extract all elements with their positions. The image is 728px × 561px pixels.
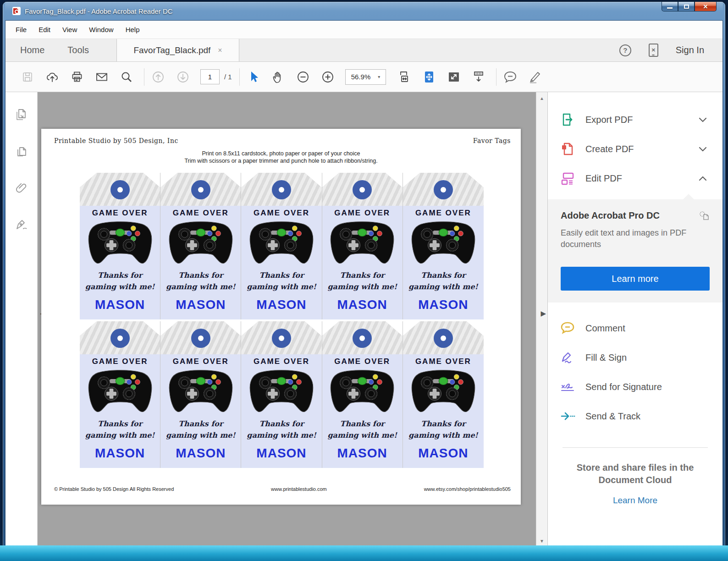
tag-title: GAME OVER (173, 357, 229, 366)
game-controller-icon (85, 367, 155, 415)
game-controller-icon (166, 219, 236, 266)
select-cursor-icon[interactable] (246, 70, 261, 84)
fullscreen-icon[interactable] (447, 70, 461, 84)
pdf-footer: © Printable Studio by 505 Design All Rig… (54, 486, 511, 492)
next-page-icon[interactable] (176, 70, 190, 84)
minimize-button[interactable] (662, 2, 678, 11)
previous-page-icon[interactable] (151, 70, 165, 84)
tag-hole-icon (353, 180, 372, 199)
maximize-button[interactable] (678, 2, 695, 11)
mobile-device-icon[interactable]: ✕ (649, 44, 658, 57)
comment-row[interactable]: Comment (560, 314, 711, 343)
tag-top-chevron (322, 173, 403, 206)
right-panel-collapse-icon[interactable]: ▶ (540, 309, 546, 318)
tag-title: GAME OVER (254, 357, 309, 366)
learn-more-link[interactable]: Learn More (560, 495, 711, 506)
tag-name: MASON (95, 297, 145, 312)
collapse-toolbar-icon[interactable] (471, 70, 486, 84)
page-number-input[interactable] (200, 69, 220, 84)
menu-window[interactable]: Window (89, 26, 113, 33)
comment-bubble-icon[interactable] (503, 70, 518, 84)
vertical-scrollbar[interactable]: ▲ ▼ (536, 92, 547, 547)
export-pdf-row[interactable]: Export PDF (560, 105, 711, 134)
maximize-icon (684, 5, 689, 9)
learn-more-button[interactable]: Learn more (561, 267, 710, 291)
tag-name: MASON (337, 297, 387, 312)
tab-home[interactable]: Home (12, 39, 53, 61)
promo-description: Easily edit text and images in PDF docum… (561, 227, 689, 250)
scroll-down-icon[interactable]: ▼ (536, 539, 547, 544)
search-icon[interactable] (119, 70, 134, 84)
pdf-footer-left: © Printable Studio by 505 Design All Rig… (54, 486, 174, 492)
highlighter-icon[interactable] (528, 70, 542, 84)
tab-close-icon[interactable]: × (218, 46, 222, 55)
left-rail (6, 92, 38, 547)
tab-tools[interactable]: Tools (59, 39, 97, 61)
fill-sign-icon (560, 350, 575, 365)
page-thumbnails-icon[interactable] (15, 108, 28, 123)
favor-tag: GAME OVER Thanks for gaming with me! MAS… (160, 173, 241, 319)
tag-top-chevron (160, 173, 241, 206)
zoom-level-select[interactable]: 56.9% ▾ (345, 69, 386, 85)
tag-name: MASON (418, 446, 468, 461)
hand-tool-icon[interactable] (271, 70, 286, 84)
upload-cloud-icon[interactable] (45, 70, 60, 84)
menu-help[interactable]: Help (126, 26, 140, 33)
sign-in-button[interactable]: Sign In (676, 45, 704, 55)
export-pdf-icon (560, 112, 575, 127)
zoom-out-icon[interactable] (296, 70, 310, 84)
pdf-instructions: Print on 8.5x11 cardstock, photo paper o… (41, 150, 521, 165)
desktop-background (0, 545, 728, 561)
menu-view[interactable]: View (62, 26, 77, 33)
tag-hole-icon (191, 329, 210, 348)
edit-pdf-row[interactable]: Edit PDF (560, 164, 711, 193)
email-icon[interactable] (94, 70, 109, 84)
fit-width-icon[interactable] (397, 70, 412, 84)
favor-tag: GAME OVER Thanks for gaming with me! MAS… (241, 321, 322, 468)
help-icon[interactable]: ? (619, 44, 631, 56)
chevron-down-icon (699, 117, 707, 122)
print-icon[interactable] (70, 70, 84, 84)
favor-tag: GAME OVER Thanks for gaming with me! MAS… (322, 321, 403, 468)
document-copy-icon[interactable] (15, 144, 28, 160)
tag-hole-icon (434, 329, 453, 348)
tag-top-chevron (241, 321, 321, 354)
send-signature-row[interactable]: Send for Signature (560, 372, 711, 402)
tag-message: Thanks for gaming with me! (327, 270, 397, 293)
favor-tag: GAME OVER Thanks for gaming with me! MAS… (80, 321, 160, 468)
menu-file[interactable]: File (16, 26, 27, 33)
tag-title: GAME OVER (92, 209, 148, 218)
send-track-row[interactable]: Send & Track (560, 402, 711, 431)
fit-page-icon[interactable] (422, 70, 436, 84)
tag-title: GAME OVER (173, 209, 229, 218)
tag-body: GAME OVER Thanks for gaming with me! MAS… (241, 354, 321, 468)
create-pdf-row[interactable]: Create PDF (560, 134, 711, 164)
edit-pdf-icon (560, 170, 575, 186)
fill-sign-row[interactable]: Fill & Sign (560, 343, 711, 372)
tag-body: GAME OVER Thanks for gaming with me! MAS… (160, 354, 241, 468)
scroll-up-icon[interactable]: ▲ (536, 96, 547, 101)
tag-hole-icon (272, 180, 291, 199)
tag-title: GAME OVER (92, 357, 148, 366)
tag-message: Thanks for gaming with me! (247, 270, 316, 293)
close-button[interactable]: ✕ (695, 2, 717, 11)
save-icon[interactable] (20, 70, 35, 84)
paperclip-icon[interactable] (15, 181, 28, 197)
tag-hole-icon (272, 329, 291, 348)
promo-title: Adobe Acrobat Pro DC (561, 210, 660, 221)
tag-top-chevron (80, 173, 160, 206)
tag-message: Thanks for gaming with me! (327, 418, 397, 441)
signature-pen-icon[interactable] (14, 218, 29, 233)
tag-name: MASON (256, 297, 306, 312)
acrobat-pro-promo: Adobe Acrobat Pro DC Easily edit text an… (548, 199, 722, 302)
tab-document[interactable]: FavorTag_Black.pdf × (116, 39, 239, 61)
zoom-in-icon[interactable] (320, 70, 335, 84)
send-track-icon (560, 410, 575, 422)
tools-panel: Export PDF Create PDF Edit PDF Adobe Acr… (547, 92, 722, 547)
tag-message: Thanks for gaming with me! (85, 418, 155, 441)
fill-sign-label: Fill & Sign (585, 352, 627, 363)
document-area[interactable]: ◀ Printable Studio by 505 Design, Inc Fa… (38, 92, 536, 547)
menu-edit[interactable]: Edit (39, 26, 50, 33)
chevron-down-icon (699, 147, 707, 152)
title-bar[interactable]: FavorTag_Black.pdf - Adobe Acrobat Reade… (5, 2, 723, 20)
